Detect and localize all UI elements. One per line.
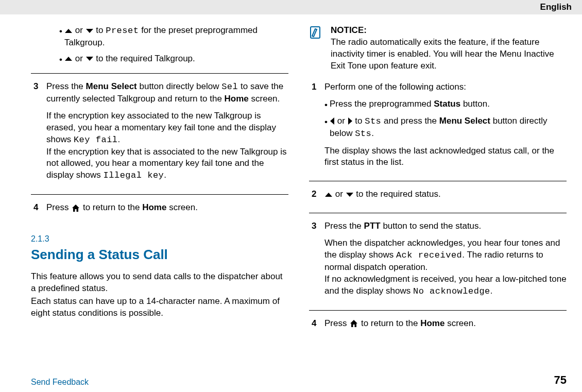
code-text: Sts bbox=[355, 129, 371, 139]
notice-body: NOTICE: The radio automatically exits th… bbox=[331, 25, 567, 72]
code-text: Preset bbox=[106, 26, 139, 36]
paragraph: Press to return to the Home screen. bbox=[46, 202, 288, 214]
bullet-icon: • bbox=[59, 26, 64, 38]
bold-text: Home bbox=[420, 318, 444, 328]
home-icon bbox=[349, 319, 358, 328]
list-item: • Press the preprogrammed Status button. bbox=[324, 98, 567, 111]
divider bbox=[309, 181, 567, 181]
code-text: Key fail bbox=[74, 135, 118, 145]
text: . bbox=[490, 286, 493, 296]
right-column: NOTICE: The radio automatically exits th… bbox=[309, 25, 567, 371]
sub-bullet-list: • Press the preprogrammed Status button.… bbox=[324, 98, 567, 140]
text: to return to the bbox=[80, 202, 142, 212]
text: or bbox=[335, 116, 348, 126]
step-number: 1 bbox=[309, 81, 324, 93]
text: . bbox=[371, 128, 374, 138]
step-body: or to the required status. bbox=[324, 189, 567, 206]
bullet-icon: • bbox=[59, 54, 64, 66]
text: to return to the bbox=[358, 318, 420, 328]
paragraph: Press to return to the Home screen. bbox=[324, 318, 567, 330]
text: and press the bbox=[381, 116, 439, 126]
text: to bbox=[94, 25, 106, 35]
list-item: • or to Sts and press the Menu Select bu… bbox=[324, 115, 567, 140]
text: Press the preprogrammed bbox=[330, 99, 434, 109]
bold-text: PTT bbox=[364, 221, 381, 231]
paragraph: Perform one of the following actions: bbox=[324, 81, 567, 93]
step-body: Press the Menu Select button directly be… bbox=[46, 81, 288, 188]
page-number: 75 bbox=[554, 373, 567, 387]
paragraph: When the dispatcher acknowledges, you he… bbox=[324, 237, 567, 298]
text: . bbox=[118, 134, 121, 144]
text: or bbox=[73, 54, 85, 63]
bold-text: Home bbox=[225, 94, 249, 104]
step-2: 2 or to the required status. bbox=[309, 189, 567, 206]
code-text: No acknowledge bbox=[413, 286, 490, 296]
paragraph: If the encryption key associated to the … bbox=[46, 110, 288, 182]
paragraph: This feature allows you to send data cal… bbox=[31, 271, 288, 295]
text: button to send the status. bbox=[381, 221, 482, 231]
text: Press bbox=[46, 202, 71, 212]
text: or bbox=[333, 189, 346, 199]
text: Press bbox=[324, 318, 349, 328]
text: to the required Talkgroup. bbox=[94, 54, 195, 63]
up-arrow-icon bbox=[64, 56, 73, 62]
step-4: 4 Press to return to the Home screen. bbox=[31, 202, 288, 219]
bold-text: Status bbox=[434, 99, 460, 109]
section-heading: Sending a Status Call bbox=[31, 246, 288, 264]
text: Press the bbox=[324, 221, 364, 231]
text: or bbox=[73, 25, 85, 35]
code-text: Ack received bbox=[396, 250, 462, 260]
bullet-icon: • bbox=[324, 99, 330, 111]
step-body: Perform one of the following actions: • … bbox=[324, 81, 567, 174]
up-arrow-icon bbox=[64, 28, 73, 34]
step-1: 1 Perform one of the following actions: … bbox=[309, 81, 567, 174]
step-number: 3 bbox=[309, 220, 324, 232]
step-body: Press to return to the Home screen. bbox=[324, 318, 567, 335]
step-3: 3 Press the Menu Select button directly … bbox=[31, 81, 288, 188]
divider bbox=[31, 73, 288, 74]
text: button. bbox=[460, 99, 490, 109]
up-arrow-icon bbox=[324, 192, 333, 198]
bullet-text: Press the preprogrammed Status button. bbox=[330, 98, 567, 110]
text: . bbox=[164, 170, 166, 180]
paragraph: or to the required status. bbox=[324, 189, 567, 200]
page-body: • or to Preset for the preset preprogram… bbox=[0, 14, 582, 371]
step-4r: 4 Press to return to the Home screen. bbox=[309, 318, 567, 335]
home-icon bbox=[71, 204, 80, 212]
bold-text: Menu Select bbox=[439, 116, 490, 126]
send-feedback-link[interactable]: Send Feedback bbox=[31, 378, 89, 387]
bullet-text: or to the required Talkgroup. bbox=[64, 53, 288, 65]
left-arrow-icon bbox=[330, 117, 335, 125]
text: button directly below bbox=[137, 81, 221, 91]
down-arrow-icon bbox=[85, 56, 94, 62]
text: to bbox=[353, 116, 365, 126]
text: screen. bbox=[166, 202, 197, 212]
code-text: Illegal key bbox=[104, 171, 164, 180]
step-number: 2 bbox=[309, 189, 324, 200]
talkgroup-bullets: • or to Preset for the preset preprogram… bbox=[31, 25, 288, 66]
step-number: 4 bbox=[309, 318, 324, 330]
header-language: English bbox=[540, 2, 572, 12]
paragraph: Each status can have up to a 14-characte… bbox=[31, 296, 288, 319]
left-column: • or to Preset for the preset preprogram… bbox=[31, 25, 288, 371]
notice-icon bbox=[309, 25, 331, 44]
code-text: Sts bbox=[365, 116, 381, 126]
text: Press the bbox=[46, 81, 86, 91]
right-arrow-icon bbox=[348, 117, 353, 125]
code-text: Sel bbox=[221, 82, 238, 92]
text: screen. bbox=[444, 318, 475, 328]
divider bbox=[31, 194, 288, 195]
notice-heading: NOTICE: bbox=[331, 25, 367, 35]
step-body: Press the PTT button to send the status.… bbox=[324, 220, 567, 303]
divider bbox=[309, 310, 567, 311]
step-3r: 3 Press the PTT button to send the statu… bbox=[309, 220, 567, 303]
step-number: 4 bbox=[31, 202, 46, 214]
notice-block: NOTICE: The radio automatically exits th… bbox=[309, 25, 567, 72]
bullet-text: or to Preset for the preset preprogramme… bbox=[64, 25, 288, 49]
notice-text: The radio automatically exits the featur… bbox=[331, 37, 554, 71]
paragraph: Press the Menu Select button directly be… bbox=[46, 81, 288, 105]
list-item: • or to Preset for the preset preprogram… bbox=[59, 25, 288, 49]
text: If the encryption key that is associated… bbox=[46, 147, 287, 180]
bullet-icon: • bbox=[324, 116, 330, 128]
section-number: 2.1.3 bbox=[31, 233, 288, 245]
